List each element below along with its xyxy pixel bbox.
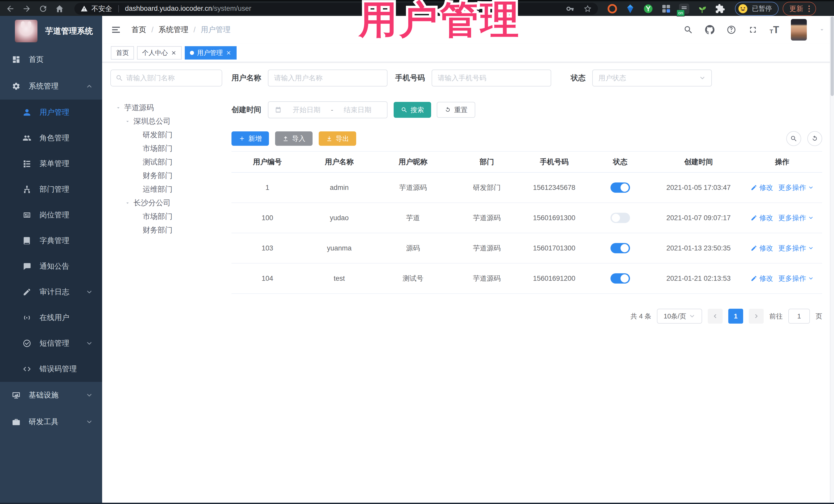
browser-menu-icon[interactable] — [805, 4, 813, 13]
edit-link[interactable]: 修改 — [751, 274, 773, 283]
browser-update-button[interactable]: 更新 — [783, 2, 816, 16]
toggle-search-button[interactable] — [786, 131, 801, 146]
next-page-button[interactable] — [749, 309, 764, 324]
tree-node[interactable]: 市场部门 — [110, 210, 222, 223]
extension-grid-icon[interactable] — [661, 4, 671, 14]
security-warning-icon[interactable] — [81, 5, 88, 12]
sidebar-menu-item[interactable]: 基础设施 — [0, 382, 102, 409]
prev-page-button[interactable] — [708, 309, 723, 324]
more-actions-link[interactable]: 更多操作 — [778, 213, 814, 222]
breadcrumb-home[interactable]: 首页 — [131, 25, 146, 35]
tree-node[interactable]: 深圳总公司 — [110, 114, 222, 128]
status-select[interactable]: 用户状态 — [592, 69, 712, 86]
extensions-puzzle-icon[interactable] — [715, 4, 725, 14]
tab[interactable]: 用户管理 — [185, 46, 237, 60]
sidebar-menu-item[interactable]: 审计日志 — [0, 279, 102, 305]
extension-on-icon[interactable]: on — [679, 4, 689, 14]
username-input[interactable] — [268, 69, 388, 86]
sidebar-menu-item[interactable]: 字典管理 — [0, 228, 102, 254]
cell-status — [586, 213, 655, 223]
editlog-icon — [23, 288, 31, 297]
more-actions-link[interactable]: 更多操作 — [778, 243, 814, 253]
dept-search-input[interactable] — [126, 74, 217, 82]
header-search-icon[interactable] — [683, 25, 693, 35]
browser-back-icon[interactable] — [6, 4, 15, 13]
status-toggle[interactable] — [611, 213, 630, 223]
sidebar-menu-item[interactable]: 错误码管理 — [0, 356, 102, 382]
status-toggle[interactable] — [611, 243, 630, 253]
help-icon[interactable] — [726, 25, 736, 35]
fullscreen-icon[interactable] — [748, 25, 758, 35]
address-bar[interactable]: 不安全 dashboard.yudao.iocoder.cn /system/u… — [74, 3, 598, 15]
edit-link[interactable]: 修改 — [751, 183, 773, 192]
extension-sprout-icon[interactable] — [697, 4, 707, 14]
edit-link[interactable]: 修改 — [751, 213, 773, 222]
breadcrumb-system[interactable]: 系统管理 — [159, 25, 188, 35]
close-icon[interactable] — [171, 50, 177, 56]
tree-node[interactable]: 芋道源码 — [110, 101, 222, 114]
edit-link-label: 修改 — [759, 213, 773, 222]
cell-dept: 芋道源码 — [451, 274, 523, 283]
edit-link[interactable]: 修改 — [751, 243, 773, 253]
add-button[interactable]: 新增 — [232, 131, 269, 146]
tree-node[interactable]: 测试部门 — [110, 155, 222, 169]
import-button[interactable]: 导入 — [275, 131, 312, 146]
tree-node[interactable]: 研发部门 — [110, 128, 222, 141]
sidebar-menu-item[interactable]: 首页 — [0, 46, 102, 73]
status-toggle[interactable] — [611, 273, 630, 284]
tab[interactable]: 首页 — [111, 46, 134, 60]
sidebar-menu-item[interactable]: 系统管理 — [0, 73, 102, 100]
created-date-range[interactable]: 开始日期 - 结束日期 — [268, 101, 388, 118]
extension-ubuntu-icon[interactable] — [607, 4, 617, 14]
browser-profile-chip[interactable]: 已暂停 — [735, 2, 778, 16]
refresh-table-button[interactable] — [807, 131, 822, 146]
browser-forward-icon[interactable] — [22, 4, 31, 13]
status-toggle[interactable] — [611, 182, 630, 193]
search-button[interactable]: 搜索 — [394, 102, 431, 118]
tree-node[interactable]: 财务部门 — [110, 223, 222, 237]
scrollbar-thumb[interactable] — [831, 17, 834, 96]
caret-down-icon[interactable] — [125, 200, 130, 206]
font-size-icon[interactable]: TT — [770, 25, 779, 34]
tree-node[interactable]: 市场部门 — [110, 141, 222, 155]
caret-down-icon[interactable] — [125, 118, 130, 124]
tab[interactable]: 个人中心 — [137, 46, 182, 60]
goto-page-input[interactable] — [788, 309, 810, 324]
sidebar-menu-item[interactable]: 部门管理 — [0, 177, 102, 202]
sidebar-menu-item[interactable]: 岗位管理 — [0, 202, 102, 228]
page-size-select[interactable]: 10条/页 — [657, 309, 702, 324]
sidebar-menu-item[interactable]: 用户管理 — [0, 100, 102, 125]
main-scrollbar[interactable] — [830, 16, 834, 504]
more-actions-label: 更多操作 — [778, 183, 806, 192]
extension-gem-icon[interactable] — [625, 4, 635, 14]
browser-home-icon[interactable] — [55, 4, 64, 13]
sidebar-menu-item[interactable]: 角色管理 — [0, 125, 102, 151]
tree-node[interactable]: 长沙分公司 — [110, 196, 222, 210]
avatar-caret-icon[interactable] — [819, 26, 825, 33]
user-avatar[interactable] — [791, 19, 807, 41]
mobile-input[interactable] — [432, 69, 551, 86]
hamburger-icon[interactable] — [111, 25, 121, 35]
password-key-icon[interactable] — [566, 5, 574, 13]
dashboard-icon — [12, 55, 21, 64]
browser-reload-icon[interactable] — [39, 4, 48, 13]
tree-node[interactable]: 财务部门 — [110, 169, 222, 182]
sidebar-menu-item[interactable]: 菜单管理 — [0, 151, 102, 177]
github-icon[interactable] — [705, 25, 715, 35]
sidebar-menu-item[interactable]: 短信管理 — [0, 330, 102, 356]
caret-down-icon[interactable] — [115, 105, 121, 111]
export-button[interactable]: 导出 — [319, 131, 356, 146]
more-actions-link[interactable]: 更多操作 — [778, 183, 814, 192]
extension-y-icon[interactable] — [643, 4, 653, 14]
bookmark-star-icon[interactable] — [584, 5, 592, 13]
current-page[interactable]: 1 — [728, 309, 743, 324]
more-actions-link[interactable]: 更多操作 — [778, 274, 814, 283]
tree-node[interactable]: 运维部门 — [110, 182, 222, 196]
checkcircle-icon — [23, 339, 31, 348]
sidebar-menu-item[interactable]: 研发工具 — [0, 409, 102, 435]
sidebar-menu-item[interactable]: 在线用户 — [0, 305, 102, 330]
table-body: 1 admin 芋道源码 研发部门 15612345678 2021-01-05… — [232, 173, 822, 294]
close-icon[interactable] — [226, 50, 232, 56]
sidebar-menu-item[interactable]: 通知公告 — [0, 254, 102, 279]
reset-button[interactable]: 重置 — [437, 102, 475, 118]
